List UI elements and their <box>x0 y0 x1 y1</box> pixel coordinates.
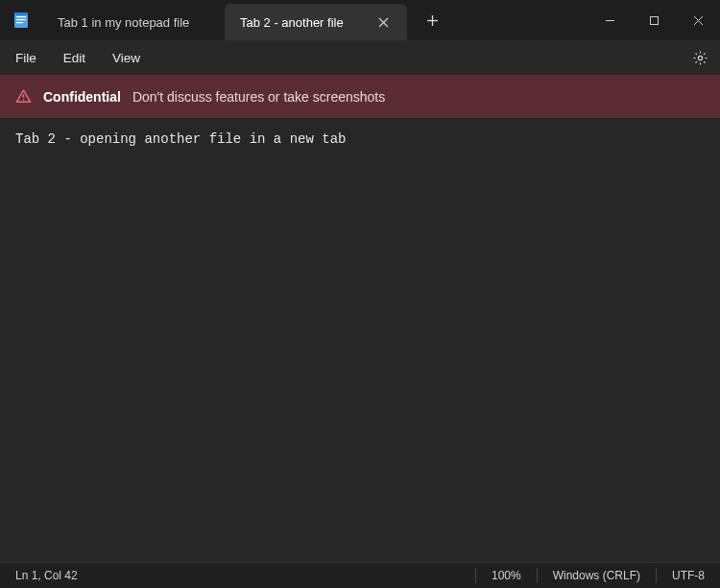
tab-label: Tab 1 in my notepad file <box>58 15 209 30</box>
status-line-endings[interactable]: Windows (CRLF) <box>538 563 656 588</box>
menu-edit[interactable]: Edit <box>54 45 95 71</box>
svg-point-15 <box>23 99 25 101</box>
confidential-banner: Confidential Don't discuss features or t… <box>0 75 720 118</box>
menu-file[interactable]: File <box>6 45 46 71</box>
svg-rect-2 <box>16 19 26 20</box>
svg-rect-4 <box>14 12 28 15</box>
window-controls <box>588 0 720 40</box>
notepad-icon <box>12 12 30 29</box>
status-zoom[interactable]: 100% <box>476 563 537 588</box>
titlebar: Tab 1 in my notepad file Tab 2 - another… <box>0 0 720 40</box>
svg-rect-1 <box>16 16 26 17</box>
maximize-button[interactable] <box>632 5 676 35</box>
menubar: File Edit View <box>0 40 720 75</box>
tab-strip: Tab 1 in my notepad file Tab 2 - another… <box>42 0 407 40</box>
close-window-button[interactable] <box>676 5 720 35</box>
close-tab-button[interactable] <box>374 13 392 31</box>
warning-icon <box>15 88 32 105</box>
menu-view[interactable]: View <box>103 45 150 71</box>
close-icon <box>693 15 704 26</box>
statusbar: Ln 1, Col 42 100% Windows (CRLF) UTF-8 <box>0 562 720 588</box>
plus-icon <box>426 14 439 27</box>
close-icon <box>378 17 389 28</box>
status-encoding[interactable]: UTF-8 <box>657 563 720 588</box>
gear-icon <box>692 50 708 66</box>
svg-point-13 <box>698 56 702 59</box>
status-position[interactable]: Ln 1, Col 42 <box>0 563 93 588</box>
maximize-icon <box>649 15 660 26</box>
editor-content: Tab 2 - opening another file in a new ta… <box>15 131 346 147</box>
svg-rect-3 <box>16 22 23 23</box>
app-icon <box>0 0 42 40</box>
tab-1[interactable]: Tab 1 in my notepad file <box>42 4 225 40</box>
tab-label: Tab 2 - another file <box>240 15 361 30</box>
minimize-button[interactable] <box>588 5 632 35</box>
banner-title: Confidential <box>43 89 121 105</box>
editor-area[interactable]: Tab 2 - opening another file in a new ta… <box>0 118 720 562</box>
settings-button[interactable] <box>685 43 714 72</box>
minimize-icon <box>605 15 615 26</box>
new-tab-button[interactable] <box>413 0 451 40</box>
titlebar-spacer[interactable] <box>451 0 588 40</box>
svg-rect-10 <box>650 16 658 24</box>
banner-message: Don't discuss features or take screensho… <box>132 89 385 105</box>
tab-2[interactable]: Tab 2 - another file <box>225 4 407 40</box>
